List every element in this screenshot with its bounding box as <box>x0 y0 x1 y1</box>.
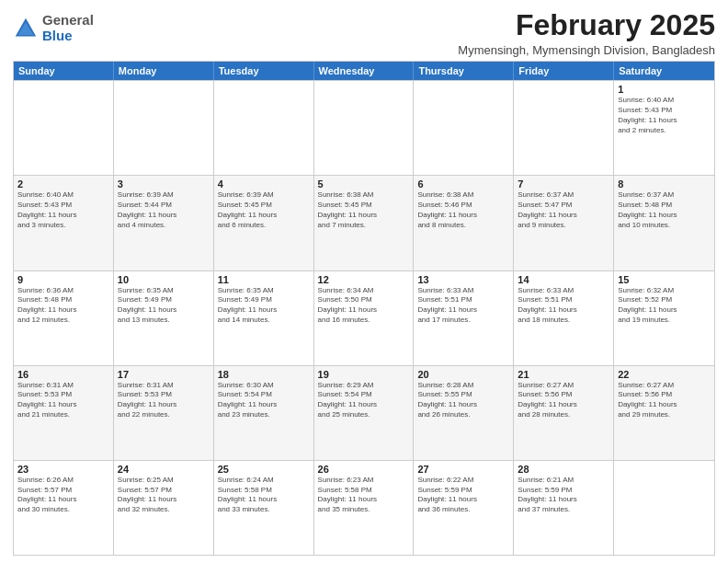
calendar-cell <box>114 81 214 175</box>
day-info: Sunrise: 6:21 AM Sunset: 5:59 PM Dayligh… <box>518 476 609 515</box>
subtitle: Mymensingh, Mymensingh Division, Banglad… <box>458 43 715 57</box>
calendar-cell: 10Sunrise: 6:35 AM Sunset: 5:49 PM Dayli… <box>114 271 214 365</box>
day-number: 5 <box>318 178 410 190</box>
day-info: Sunrise: 6:35 AM Sunset: 5:49 PM Dayligh… <box>118 286 210 326</box>
day-info: Sunrise: 6:33 AM Sunset: 5:51 PM Dayligh… <box>417 286 509 326</box>
day-info: Sunrise: 6:32 AM Sunset: 5:52 PM Dayligh… <box>618 286 711 326</box>
calendar-cell: 17Sunrise: 6:31 AM Sunset: 5:53 PM Dayli… <box>114 366 214 460</box>
calendar-cell: 14Sunrise: 6:33 AM Sunset: 5:51 PM Dayli… <box>514 271 614 365</box>
calendar-cell: 16Sunrise: 6:31 AM Sunset: 5:53 PM Dayli… <box>14 366 114 460</box>
day-info: Sunrise: 6:31 AM Sunset: 5:53 PM Dayligh… <box>17 381 109 420</box>
header-day-monday: Monday <box>114 62 214 80</box>
calendar-cell: 18Sunrise: 6:30 AM Sunset: 5:54 PM Dayli… <box>214 366 314 460</box>
logo: General Blue <box>13 13 94 43</box>
calendar-cell <box>614 461 714 555</box>
main-title: February 2025 <box>458 9 715 41</box>
title-block: February 2025 Mymensingh, Mymensingh Div… <box>458 9 715 57</box>
calendar-cell: 26Sunrise: 6:23 AM Sunset: 5:58 PM Dayli… <box>314 461 415 555</box>
logo-blue: Blue <box>42 29 94 44</box>
calendar-row-3: 16Sunrise: 6:31 AM Sunset: 5:53 PM Dayli… <box>14 365 714 460</box>
day-info: Sunrise: 6:37 AM Sunset: 5:48 PM Dayligh… <box>618 190 711 230</box>
day-number: 10 <box>118 274 210 285</box>
day-info: Sunrise: 6:36 AM Sunset: 5:48 PM Dayligh… <box>17 286 109 326</box>
day-info: Sunrise: 6:35 AM Sunset: 5:49 PM Dayligh… <box>218 286 310 326</box>
day-number: 2 <box>17 178 109 190</box>
day-number: 7 <box>518 178 609 190</box>
day-info: Sunrise: 6:25 AM Sunset: 5:57 PM Dayligh… <box>118 476 210 515</box>
calendar-row-2: 9Sunrise: 6:36 AM Sunset: 5:48 PM Daylig… <box>14 270 714 365</box>
calendar-header: SundayMondayTuesdayWednesdayThursdayFrid… <box>14 62 714 80</box>
header-day-wednesday: Wednesday <box>314 62 415 80</box>
calendar-cell: 25Sunrise: 6:24 AM Sunset: 5:58 PM Dayli… <box>214 461 314 555</box>
calendar-cell <box>214 81 314 175</box>
calendar-cell: 28Sunrise: 6:21 AM Sunset: 5:59 PM Dayli… <box>514 461 614 555</box>
header-day-tuesday: Tuesday <box>214 62 314 80</box>
calendar: SundayMondayTuesdayWednesdayThursdayFrid… <box>13 61 715 556</box>
day-number: 20 <box>417 369 509 380</box>
day-number: 24 <box>118 464 210 475</box>
page: General Blue February 2025 Mymensingh, M… <box>0 0 728 563</box>
day-number: 1 <box>618 84 711 95</box>
logo-general: General <box>42 13 94 29</box>
header-day-friday: Friday <box>514 62 614 80</box>
calendar-cell: 21Sunrise: 6:27 AM Sunset: 5:56 PM Dayli… <box>514 366 614 460</box>
calendar-cell: 6Sunrise: 6:38 AM Sunset: 5:46 PM Daylig… <box>414 176 514 270</box>
day-number: 25 <box>218 464 310 475</box>
day-number: 23 <box>17 464 109 475</box>
calendar-cell: 27Sunrise: 6:22 AM Sunset: 5:59 PM Dayli… <box>414 461 514 555</box>
calendar-cell: 19Sunrise: 6:29 AM Sunset: 5:54 PM Dayli… <box>314 366 415 460</box>
calendar-cell: 8Sunrise: 6:37 AM Sunset: 5:48 PM Daylig… <box>614 176 714 270</box>
header-day-saturday: Saturday <box>614 62 714 80</box>
calendar-cell: 9Sunrise: 6:36 AM Sunset: 5:48 PM Daylig… <box>14 271 114 365</box>
calendar-cell: 15Sunrise: 6:32 AM Sunset: 5:52 PM Dayli… <box>614 271 714 365</box>
day-info: Sunrise: 6:39 AM Sunset: 5:45 PM Dayligh… <box>218 190 310 230</box>
day-number: 19 <box>318 369 410 380</box>
day-info: Sunrise: 6:30 AM Sunset: 5:54 PM Dayligh… <box>218 381 310 420</box>
day-info: Sunrise: 6:29 AM Sunset: 5:54 PM Dayligh… <box>318 381 410 420</box>
calendar-cell <box>314 81 415 175</box>
calendar-cell: 22Sunrise: 6:27 AM Sunset: 5:56 PM Dayli… <box>614 366 714 460</box>
calendar-row-4: 23Sunrise: 6:26 AM Sunset: 5:57 PM Dayli… <box>14 460 714 555</box>
day-number: 11 <box>218 274 310 285</box>
day-info: Sunrise: 6:28 AM Sunset: 5:55 PM Dayligh… <box>417 381 509 420</box>
day-number: 15 <box>618 274 711 285</box>
calendar-cell: 1Sunrise: 6:40 AM Sunset: 5:43 PM Daylig… <box>614 81 714 175</box>
day-number: 6 <box>417 178 509 190</box>
day-info: Sunrise: 6:38 AM Sunset: 5:45 PM Dayligh… <box>318 190 410 230</box>
day-number: 26 <box>318 464 410 475</box>
day-number: 27 <box>417 464 509 475</box>
day-info: Sunrise: 6:34 AM Sunset: 5:50 PM Dayligh… <box>318 286 410 326</box>
day-info: Sunrise: 6:33 AM Sunset: 5:51 PM Dayligh… <box>518 286 609 326</box>
calendar-body: 1Sunrise: 6:40 AM Sunset: 5:43 PM Daylig… <box>14 80 714 555</box>
calendar-cell: 4Sunrise: 6:39 AM Sunset: 5:45 PM Daylig… <box>214 176 314 270</box>
calendar-cell: 23Sunrise: 6:26 AM Sunset: 5:57 PM Dayli… <box>14 461 114 555</box>
header-day-thursday: Thursday <box>414 62 514 80</box>
day-info: Sunrise: 6:31 AM Sunset: 5:53 PM Dayligh… <box>118 381 210 420</box>
day-number: 16 <box>17 369 109 380</box>
day-info: Sunrise: 6:23 AM Sunset: 5:58 PM Dayligh… <box>318 476 410 515</box>
calendar-cell: 7Sunrise: 6:37 AM Sunset: 5:47 PM Daylig… <box>514 176 614 270</box>
day-info: Sunrise: 6:39 AM Sunset: 5:44 PM Dayligh… <box>118 190 210 230</box>
day-number: 4 <box>218 178 310 190</box>
calendar-cell: 24Sunrise: 6:25 AM Sunset: 5:57 PM Dayli… <box>114 461 214 555</box>
day-info: Sunrise: 6:22 AM Sunset: 5:59 PM Dayligh… <box>417 476 509 515</box>
calendar-cell: 13Sunrise: 6:33 AM Sunset: 5:51 PM Dayli… <box>414 271 514 365</box>
calendar-cell: 20Sunrise: 6:28 AM Sunset: 5:55 PM Dayli… <box>414 366 514 460</box>
day-number: 12 <box>318 274 410 285</box>
day-info: Sunrise: 6:37 AM Sunset: 5:47 PM Dayligh… <box>518 190 609 230</box>
day-number: 14 <box>518 274 609 285</box>
day-info: Sunrise: 6:27 AM Sunset: 5:56 PM Dayligh… <box>518 381 609 420</box>
calendar-cell <box>514 81 614 175</box>
calendar-cell: 5Sunrise: 6:38 AM Sunset: 5:45 PM Daylig… <box>314 176 415 270</box>
calendar-row-1: 2Sunrise: 6:40 AM Sunset: 5:43 PM Daylig… <box>14 175 714 270</box>
day-number: 3 <box>118 178 210 190</box>
day-number: 17 <box>118 369 210 380</box>
day-info: Sunrise: 6:40 AM Sunset: 5:43 PM Dayligh… <box>618 96 711 135</box>
logo-text: General Blue <box>42 13 94 43</box>
day-number: 28 <box>518 464 609 475</box>
day-number: 21 <box>518 369 609 380</box>
day-info: Sunrise: 6:38 AM Sunset: 5:46 PM Dayligh… <box>417 190 509 230</box>
calendar-cell: 2Sunrise: 6:40 AM Sunset: 5:43 PM Daylig… <box>14 176 114 270</box>
day-number: 8 <box>618 178 711 190</box>
day-number: 18 <box>218 369 310 380</box>
